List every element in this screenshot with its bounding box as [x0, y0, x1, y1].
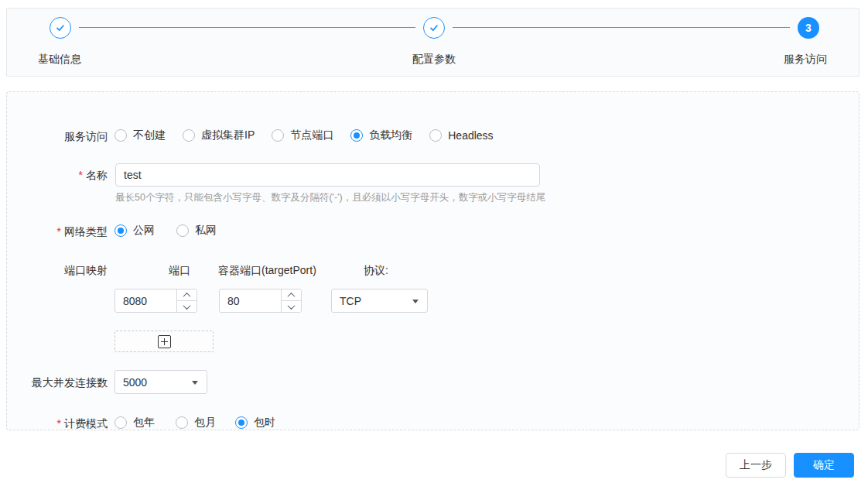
target-port-number-input[interactable]: 80	[219, 289, 302, 313]
decrement-icon[interactable]	[282, 300, 301, 312]
radio-selected-icon	[350, 129, 363, 142]
increment-icon[interactable]	[282, 289, 301, 300]
name-input[interactable]	[115, 163, 540, 187]
radio-public-network[interactable]: 公网	[114, 224, 155, 238]
chevron-down-icon	[192, 381, 198, 385]
radio-label: 包年	[133, 416, 155, 430]
radio-circle-icon	[114, 416, 127, 429]
radio-headless[interactable]: Headless	[429, 129, 493, 142]
target-port-column-header: 容器端口(targetPort)	[218, 264, 316, 278]
protocol-value: TCP	[340, 295, 361, 307]
radio-label: 包月	[194, 416, 216, 430]
max-connections-select[interactable]: 5000	[114, 370, 207, 394]
service-access-label: 服务访问	[7, 130, 108, 144]
plus-square-icon	[158, 335, 171, 348]
required-asterisk: *	[57, 417, 61, 430]
required-asterisk: *	[79, 169, 83, 181]
radio-label: 虚拟集群IP	[201, 128, 255, 142]
radio-hourly[interactable]: 包时	[235, 416, 275, 430]
name-help-text: 最长50个字符，只能包含小写字母、数字及分隔符('-')，且必须以小写字母开头，…	[115, 191, 545, 204]
network-type-radio-group: 公网 私网	[114, 223, 234, 238]
protocol-column-header: 协议:	[364, 264, 388, 278]
radio-selected-icon	[114, 224, 127, 237]
name-label: *名称	[7, 169, 108, 183]
radio-label: 不创建	[133, 128, 166, 142]
radio-label: 包时	[254, 416, 275, 430]
required-asterisk: *	[57, 225, 61, 238]
step-1-check-icon	[50, 17, 71, 39]
increment-icon[interactable]	[177, 289, 196, 300]
radio-circle-icon	[176, 224, 189, 237]
radio-selected-icon	[235, 416, 248, 429]
radio-label: 公网	[133, 224, 155, 238]
radio-label: 节点端口	[290, 128, 333, 142]
step-3-badge: 3	[798, 17, 819, 39]
stepper-connector	[453, 27, 790, 28]
service-access-form-panel: 服务访问 不创建 虚拟集群IP 节点端口 负载均衡 Headless *名称 最…	[6, 91, 859, 430]
radio-virtual-cluster-ip[interactable]: 虚拟集群IP	[183, 128, 255, 142]
radio-circle-icon	[183, 129, 195, 142]
chevron-down-icon	[412, 300, 419, 303]
port-spinner	[176, 289, 196, 312]
radio-monthly[interactable]: 包月	[176, 416, 216, 430]
decrement-icon[interactable]	[177, 300, 196, 312]
radio-no-create[interactable]: 不创建	[114, 128, 166, 142]
radio-label: Headless	[448, 129, 493, 142]
radio-load-balancer[interactable]: 负载均衡	[350, 128, 412, 142]
radio-circle-icon	[429, 129, 442, 142]
confirm-button[interactable]: 确定	[794, 453, 854, 478]
previous-step-button[interactable]: 上一步	[726, 453, 786, 478]
max-connections-value: 5000	[123, 376, 147, 389]
radio-circle-icon	[272, 129, 284, 142]
target-port-spinner	[281, 289, 301, 312]
radio-node-port[interactable]: 节点端口	[272, 128, 333, 142]
port-column-header: 端口	[169, 264, 190, 278]
radio-yearly[interactable]: 包年	[114, 416, 155, 430]
radio-circle-icon	[176, 416, 188, 429]
service-access-radio-group: 不创建 虚拟集群IP 节点端口 负载均衡 Headless	[114, 128, 511, 143]
radio-label: 私网	[195, 224, 217, 238]
step-label-config-params: 配置参数	[412, 53, 456, 67]
add-port-mapping-button[interactable]	[114, 331, 214, 352]
billing-mode-radio-group: 包年 包月 包时	[114, 415, 292, 430]
radio-label: 负载均衡	[369, 128, 412, 142]
target-port-value: 80	[220, 289, 281, 312]
radio-private-network[interactable]: 私网	[176, 224, 217, 238]
radio-circle-icon	[114, 129, 127, 142]
port-mapping-label: 端口映射	[7, 264, 108, 278]
max-connections-label: 最大并发连接数	[7, 376, 108, 390]
stepper-connector	[79, 27, 415, 28]
port-value: 8080	[115, 289, 176, 312]
step-2-check-icon	[423, 17, 445, 39]
wizard-stepper: 3 基础信息 配置参数 服务访问	[6, 8, 859, 77]
protocol-select[interactable]: TCP	[331, 289, 428, 313]
billing-mode-label: *计费模式	[7, 417, 108, 431]
port-number-input[interactable]: 8080	[114, 289, 197, 313]
step-label-basic-info: 基础信息	[38, 53, 81, 67]
step-label-service-access: 服务访问	[784, 53, 827, 67]
network-type-label: *网络类型	[7, 225, 108, 239]
